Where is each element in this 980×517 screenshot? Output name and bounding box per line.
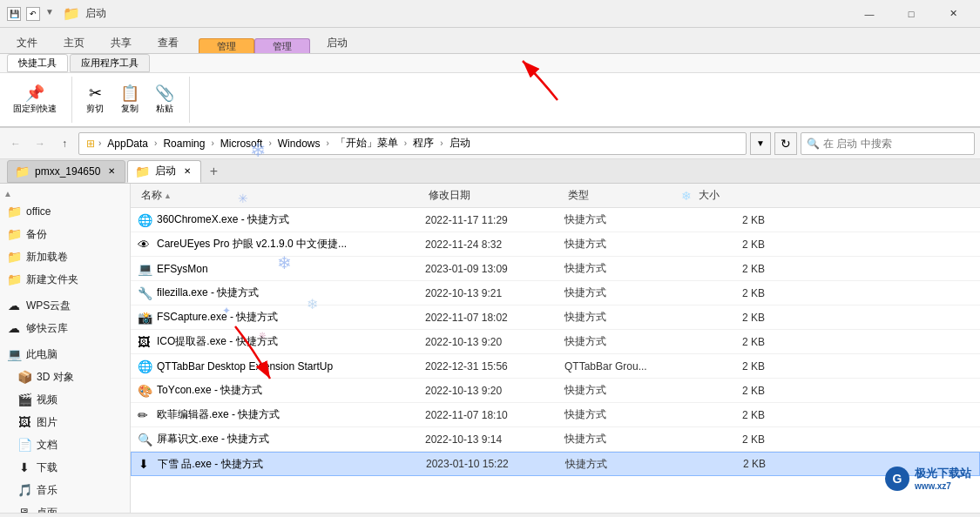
file-header: 名称 ▲ 修改日期 类型 ❄ 大小 [131, 184, 980, 208]
search-box[interactable]: 🔍 [801, 132, 975, 155]
tab-view[interactable]: 查看 [145, 31, 192, 54]
tab-file[interactable]: 文件 [3, 31, 51, 54]
col-header-name[interactable]: 名称 ▲ [138, 186, 425, 205]
ribbon: 文件 主页 共享 查看 管理 管理 启动 快捷工具 应用程序工具 📌 固定到快速… [0, 28, 980, 128]
ribbon-btn-paste[interactable]: 📎 粘贴 [149, 82, 180, 118]
path-windows[interactable]: Windows [275, 136, 323, 151]
file-row[interactable]: 🌐 QTTabBar Desktop Extension StartUp 202… [131, 354, 980, 379]
file-row[interactable]: 🌐 360ChromeX.exe - 快捷方式 2022-11-17 11:29… [131, 208, 980, 232]
sidebar-item-3d[interactable]: 📦 3D 对象 [0, 366, 130, 388]
forward-button[interactable]: → [30, 133, 51, 154]
path-startup[interactable]: 启动 [447, 134, 473, 152]
maximize-button[interactable]: □ [891, 0, 931, 28]
col-header-date[interactable]: 修改日期 [425, 186, 564, 205]
tab-pmxx-close[interactable]: ✕ [105, 165, 118, 178]
file-row[interactable]: 👁 CareUEyes Pro 护眼 v2.1.9.0 中文便捷... 2022… [131, 232, 980, 257]
tab-startup-close[interactable]: ✕ [181, 165, 193, 178]
file-area: 名称 ▲ 修改日期 类型 ❄ 大小 🌐 360ChromeX.exe - 快捷方… [131, 184, 980, 513]
up-button[interactable]: ↑ [54, 133, 75, 154]
file-name-cell: ✏ 欧菲编辑器.exe - 快捷方式 [138, 407, 425, 422]
sidebar-item-backup[interactable]: 📁 备份 [0, 223, 130, 245]
sidebar-folder-icon: 📁 [7, 227, 21, 241]
col-header-type[interactable]: 类型 [564, 186, 678, 205]
file-row[interactable]: ✏ 欧菲编辑器.exe - 快捷方式 2022-11-07 18:10 快捷方式… [131, 403, 980, 427]
file-type: 快捷方式 [564, 407, 678, 422]
sub-tab-apptools[interactable]: 应用程序工具 [70, 54, 150, 72]
tab-share[interactable]: 共享 [98, 31, 145, 54]
path-programs[interactable]: 程序 [410, 134, 436, 152]
file-row[interactable]: 📸 FSCapture.exe - 快捷方式 2022-11-07 18:02 … [131, 306, 980, 330]
sidebar-item-video[interactable]: 🎬 视频 [0, 388, 130, 411]
sidebar-item-pictures[interactable]: 🖼 图片 [0, 411, 130, 433]
sidebar-item-downloads[interactable]: ⬇ 下载 [0, 456, 130, 479]
tab-add-button[interactable]: + [203, 161, 224, 182]
address-path[interactable]: ⊞ › AppData › Roaming › Microsoft › Wind… [78, 132, 747, 155]
path-start-menu[interactable]: 「开始」菜单 [333, 134, 401, 152]
file-date: 2022-10-13 9:20 [425, 336, 564, 348]
file-icon: 🖼 [138, 335, 152, 349]
file-date: 2022-10-13 9:21 [425, 287, 564, 299]
file-name-cell: 🌐 360ChromeX.exe - 快捷方式 [138, 212, 425, 227]
sidebar-item-label: 文档 [37, 438, 57, 453]
sidebar-item-goukuai[interactable]: ☁ 够快云库 [0, 317, 130, 339]
file-name: filezilla.exe - 快捷方式 [157, 285, 259, 300]
sidebar-collapse[interactable]: ▲ [0, 187, 130, 200]
sidebar-docs-icon: 📄 [17, 438, 31, 452]
col-header-size[interactable]: 大小 [695, 186, 765, 205]
file-row[interactable]: 🎨 ToYcon.exe - 快捷方式 2022-10-13 9:20 快捷方式… [131, 379, 980, 403]
more-icon[interactable]: ▼ [45, 7, 54, 21]
tab-manage-orange-label: 管理 [199, 38, 254, 54]
tab-pmxx[interactable]: 📁 pmxx_194650 ✕ [7, 160, 125, 183]
refresh-button[interactable]: ↻ [774, 132, 797, 155]
tab-launch[interactable]: 启动 [314, 31, 361, 54]
file-row[interactable]: 💻 EFSysMon 2023-01-09 13:09 快捷方式 2 KB [131, 257, 980, 281]
file-row-selected[interactable]: ⬇ 下雪 品.exe - 快捷方式 2023-01-10 15:22 快捷方式 … [131, 452, 980, 476]
sidebar-item-thispc[interactable]: 💻 此电脑 [0, 343, 130, 366]
path-appdata[interactable]: AppData [105, 136, 151, 151]
sidebar-pictures-icon: 🖼 [17, 415, 31, 429]
tab-pmxx-label: pmxx_194650 [35, 165, 100, 178]
file-row[interactable]: 🔧 filezilla.exe - 快捷方式 2022-10-13 9:21 快… [131, 281, 980, 306]
search-input[interactable] [823, 138, 969, 150]
tab-home[interactable]: 主页 [51, 31, 98, 54]
sidebar-item-wps[interactable]: ☁ WPS云盘 [0, 294, 130, 317]
file-name: ToYcon.exe - 快捷方式 [157, 383, 262, 398]
tab-startup[interactable]: 📁 启动 ✕ [127, 160, 201, 183]
file-row[interactable]: 🖼 ICO提取器.exe - 快捷方式 2022-10-13 9:20 快捷方式… [131, 330, 980, 354]
sidebar-item-newvol[interactable]: 📁 新加载卷 [0, 245, 130, 268]
file-row[interactable]: 🔍 屏幕识文.exe - 快捷方式 2022-10-13 9:14 快捷方式 2… [131, 427, 980, 452]
sidebar-item-docs[interactable]: 📄 文档 [0, 433, 130, 456]
path-roaming[interactable]: Roaming [160, 136, 207, 151]
ribbon-btn-pin[interactable]: 📌 固定到快速 [7, 82, 63, 118]
undo-icon[interactable]: ↶ [26, 7, 40, 21]
back-button[interactable]: ← [5, 133, 26, 154]
watermark-text: 极光下载站 [915, 466, 971, 481]
file-type: 快捷方式 [564, 383, 678, 398]
watermark: G 极光下载站 www.xz7 [885, 466, 971, 491]
window-controls[interactable]: — □ ✕ [849, 0, 973, 28]
cut-icon: ✂ [89, 85, 102, 101]
path-microsoft[interactable]: Microsoft [218, 136, 266, 151]
quick-access-icons[interactable]: 💾 ↶ ▼ [7, 7, 54, 21]
path-dropdown[interactable]: ▼ [750, 132, 771, 155]
file-icon: 🎨 [138, 384, 152, 398]
sidebar-download-icon: ⬇ [17, 460, 31, 474]
file-date: 2022-11-24 8:32 [425, 238, 564, 251]
file-date: 2022-11-07 18:02 [425, 312, 564, 324]
close-button[interactable]: ✕ [933, 0, 973, 28]
sidebar-item-label: 够快云库 [26, 321, 68, 336]
sidebar-item-desktop[interactable]: 🖥 桌面 [0, 501, 130, 513]
save-icon[interactable]: 💾 [7, 7, 21, 21]
file-name-cell: ⬇ 下雪 品.exe - 快捷方式 [139, 457, 426, 472]
tab-bar: 📁 pmxx_194650 ✕ 📁 启动 ✕ + [0, 159, 980, 184]
sidebar-item-newfolder[interactable]: 📁 新建文件夹 [0, 268, 130, 291]
ribbon-btn-copy[interactable]: 📋 复制 [114, 82, 145, 118]
ribbon-btn-cut[interactable]: ✂ 剪切 [79, 82, 111, 118]
sidebar: ▲ 📁 office 📁 备份 📁 新加载卷 📁 新建文件夹 ☁ WPS云盘 ☁… [0, 184, 131, 513]
sidebar-item-music[interactable]: 🎵 音乐 [0, 479, 130, 501]
minimize-button[interactable]: — [849, 0, 889, 28]
sidebar-item-office[interactable]: 📁 office [0, 200, 130, 223]
file-date: 2022-10-13 9:20 [425, 385, 564, 397]
sub-tab-quicktools[interactable]: 快捷工具 [7, 54, 68, 72]
file-name-cell: 🔧 filezilla.exe - 快捷方式 [138, 285, 425, 300]
